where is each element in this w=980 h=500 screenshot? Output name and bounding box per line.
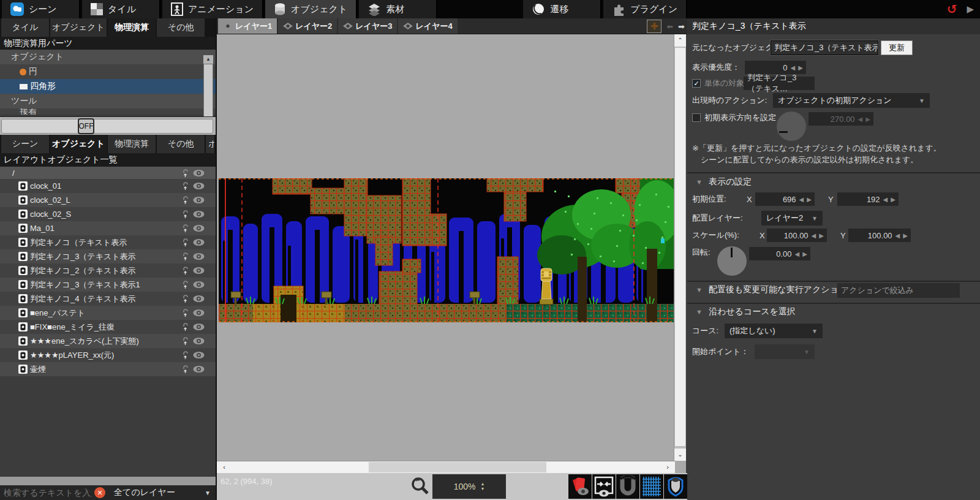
single-target-checkbox[interactable]: ✓ — [692, 79, 701, 88]
position-x-spinbox[interactable]: 696 ◀▶ — [755, 192, 815, 206]
layout-object-row[interactable]: clock_01 — [0, 179, 216, 193]
spin-left-icon[interactable]: ◀ — [812, 232, 816, 239]
unlock-icon[interactable] — [181, 365, 189, 374]
physics-item-glue[interactable]: 接着 — [0, 108, 216, 115]
spin-right-icon[interactable]: ▶ — [891, 196, 895, 203]
layout-object-row[interactable]: ★★★ene_スカラベ(上下実態) — [0, 334, 216, 348]
source-object-field[interactable]: 判定キノコ_3（テキスト表示 — [771, 40, 878, 55]
spin-right-icon[interactable]: ▶ — [798, 64, 803, 71]
menu-tab-material[interactable]: 素材 — [359, 0, 437, 18]
visibility-eye-icon[interactable] — [193, 238, 205, 246]
menu-tab-plugin[interactable]: プラグイン — [603, 0, 687, 18]
layout-object-row[interactable]: 判定キノコ_4（テキスト表示 — [0, 292, 216, 306]
shield-debug-toggle[interactable] — [664, 474, 687, 499]
layout-object-row[interactable]: 判定キノコ_3（テキスト表示 — [0, 249, 216, 263]
unlock-icon[interactable] — [181, 280, 189, 289]
grid-display-toggle[interactable] — [640, 474, 663, 499]
placement-layer-dropdown[interactable]: レイヤー2 ▼ — [761, 211, 823, 225]
unlock-icon[interactable] — [181, 181, 189, 191]
search-input[interactable] — [0, 488, 92, 498]
scale-x-spinbox[interactable]: 100.00 ◀▶ — [767, 229, 827, 242]
scrollbar-thumb[interactable] — [204, 64, 213, 116]
layout-object-row[interactable]: 判定キノコ_3（テキスト表示1 — [0, 278, 216, 292]
display-settings-section[interactable]: ▼ 表示の設定 — [687, 176, 752, 188]
tab-object2[interactable]: オブジェクト — [50, 135, 107, 153]
section-collapse-icon[interactable]: ▼ — [696, 308, 703, 316]
physics-item-rectangle[interactable]: 四角形 — [0, 79, 216, 94]
tab-partial[interactable]: ボ — [206, 135, 214, 153]
layout-object-row[interactable]: Ma_01 — [0, 221, 216, 235]
unlock-icon[interactable] — [181, 308, 189, 317]
layout-object-row[interactable]: clock_02_S — [0, 207, 216, 221]
unlock-icon[interactable] — [181, 238, 189, 247]
layout-object-row[interactable]: clock_02_L — [0, 193, 216, 207]
canvas-horizontal-scrollbar[interactable]: ‹ › — [217, 461, 675, 473]
layer-scroll-right-icon[interactable]: ➡ — [678, 22, 685, 31]
visibility-eye-icon[interactable] — [193, 210, 205, 218]
visibility-eye-icon[interactable] — [193, 252, 205, 260]
canvas-vertical-scrollbar[interactable]: ⌃ ⌄ — [674, 34, 686, 461]
spin-left-icon[interactable]: ◀ — [795, 251, 800, 257]
visibility-eye-icon[interactable] — [193, 337, 205, 345]
scale-y-spinbox[interactable]: 100.00 ◀▶ — [848, 229, 911, 242]
layout-object-row[interactable]: ■FIX■ene_ミイラ_往復 — [0, 320, 216, 334]
scrollbar-thumb[interactable] — [675, 48, 685, 446]
unlock-icon[interactable] — [181, 195, 189, 205]
spawn-action-dropdown[interactable]: オブジェクトの初期アクション ▼ — [773, 93, 930, 108]
spin-left-icon[interactable]: ◀ — [791, 64, 796, 71]
visibility-eye-icon[interactable] — [193, 224, 205, 232]
scroll-up-icon[interactable]: ⌃ — [674, 34, 686, 47]
section-collapse-icon[interactable]: ▼ — [696, 286, 703, 294]
unlock-icon[interactable] — [181, 322, 189, 331]
unlock-icon[interactable] — [181, 210, 189, 219]
spin-right-icon[interactable]: ▶ — [819, 232, 824, 239]
layer-tab[interactable]: レイヤー4 — [398, 18, 457, 34]
tab-physics2[interactable]: 物理演算 — [108, 135, 156, 153]
scroll-right-icon[interactable]: › — [662, 461, 674, 473]
visibility-eye-icon[interactable] — [193, 267, 205, 275]
menu-tab-transition[interactable]: 遷移 — [523, 0, 601, 18]
layer-filter-dropdown[interactable]: 全てのレイヤー — [114, 487, 205, 498]
course-dropdown[interactable]: (指定しない) ▼ — [725, 324, 823, 338]
unlock-icon[interactable] — [181, 169, 189, 178]
rotation-spinbox[interactable]: 0.00 ◀▶ — [749, 247, 810, 260]
visibility-eye-icon[interactable] — [193, 196, 205, 204]
action-filter-input[interactable]: アクションで絞込み — [837, 283, 960, 298]
visibility-eye-icon[interactable] — [193, 295, 205, 303]
update-button[interactable]: 更新 — [881, 40, 913, 55]
tab-scene[interactable]: シーン — [1, 135, 49, 153]
visibility-eye-icon[interactable] — [193, 169, 205, 177]
zoom-decrease-icon[interactable]: ▼ — [480, 487, 484, 491]
spin-right-icon[interactable]: ▶ — [802, 251, 807, 257]
unlock-icon[interactable] — [181, 252, 189, 261]
layer-tab[interactable]: レイヤー1 — [218, 18, 277, 34]
layout-object-row[interactable]: ■ene_バステト — [0, 306, 216, 320]
scroll-up-icon[interactable]: ▲ — [203, 55, 213, 64]
spin-left-icon[interactable]: ◀ — [799, 196, 804, 203]
undo-icon[interactable]: ↺ — [947, 2, 957, 17]
position-y-spinbox[interactable]: 192 ◀▶ — [837, 192, 899, 206]
physics-group-tool[interactable]: ツール — [0, 94, 216, 108]
menu-tab-tile[interactable]: タイル — [82, 0, 160, 18]
spin-right-icon[interactable]: ▶ — [903, 232, 908, 239]
clear-search-icon[interactable]: ✕ — [94, 487, 105, 498]
tab-tile[interactable]: タイル — [1, 18, 49, 37]
layout-object-row[interactable]: ★★★★pLAYER_xx(元) — [0, 348, 216, 362]
tab-other2[interactable]: その他 — [157, 135, 205, 153]
visibility-eye-icon[interactable] — [193, 365, 205, 373]
unlock-icon[interactable] — [181, 336, 189, 346]
unlock-icon[interactable] — [181, 294, 189, 303]
unlock-icon[interactable] — [181, 266, 189, 275]
tab-object[interactable]: オブジェクト — [50, 18, 107, 37]
zoom-increase-icon[interactable]: ▲ — [480, 482, 484, 486]
layout-object-row[interactable]: 判定キノコ_2（テキスト表示 — [0, 263, 216, 278]
layout-root-row[interactable]: / — [0, 167, 216, 179]
toggle-track[interactable] — [1, 119, 213, 134]
menu-tab-object[interactable]: オブジェクト — [265, 0, 357, 18]
layer-tab[interactable]: レイヤー2 — [278, 18, 337, 34]
scrollbar-thumb[interactable] — [369, 462, 546, 472]
tab-other[interactable]: その他 — [157, 18, 205, 37]
physics-item-circle[interactable]: 円 — [0, 64, 216, 79]
spin-left-icon[interactable]: ◀ — [895, 232, 900, 239]
visibility-eye-icon[interactable] — [193, 351, 205, 359]
